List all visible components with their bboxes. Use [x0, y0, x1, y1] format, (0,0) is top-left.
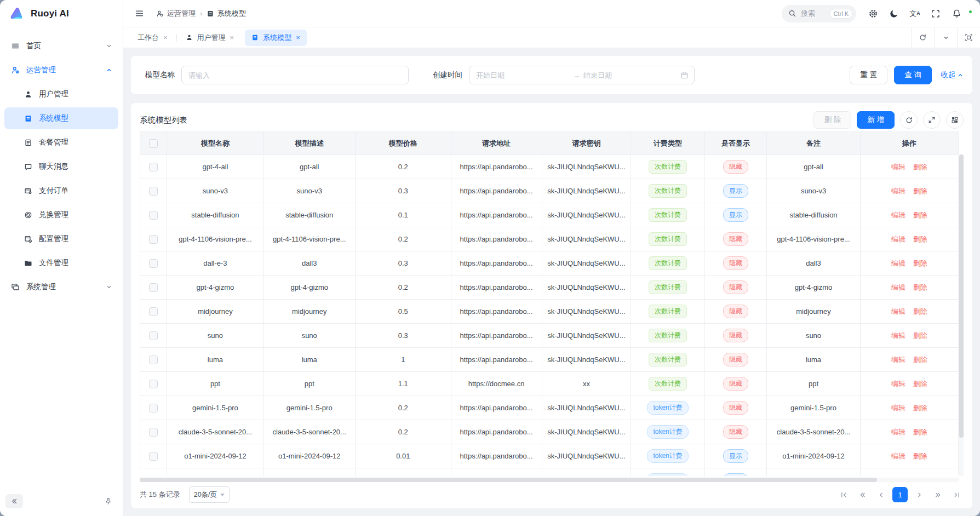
- next-page-button[interactable]: [912, 488, 926, 502]
- delete-link[interactable]: 删除: [913, 428, 927, 436]
- refresh-table-icon[interactable]: [900, 111, 918, 129]
- page-size-select[interactable]: 20条/页: [189, 486, 230, 503]
- sidebar-item-operations[interactable]: 运营管理: [4, 59, 118, 81]
- edit-link[interactable]: 编辑: [891, 307, 906, 316]
- row-checkbox[interactable]: [149, 163, 158, 171]
- delete-button[interactable]: 删 除: [813, 111, 851, 129]
- delete-link[interactable]: 删除: [913, 476, 927, 477]
- reset-button[interactable]: 重 置: [850, 66, 887, 84]
- pin-icon[interactable]: [101, 494, 115, 508]
- tab-system-model[interactable]: 系统模型 ×: [245, 30, 307, 46]
- edit-link[interactable]: 编辑: [891, 211, 906, 219]
- edit-link[interactable]: 编辑: [891, 163, 906, 171]
- fullscreen-icon[interactable]: [926, 4, 945, 23]
- row-checkbox[interactable]: [149, 356, 158, 364]
- start-date-input[interactable]: [476, 71, 570, 79]
- language-translate-icon[interactable]: 文A: [906, 4, 924, 23]
- dark-mode-moon-icon[interactable]: [885, 4, 903, 23]
- collapse-filters-link[interactable]: 收起: [941, 70, 964, 80]
- edit-link[interactable]: 编辑: [891, 452, 906, 460]
- row-checkbox[interactable]: [149, 404, 158, 412]
- tab-workbench[interactable]: 工作台 ×: [131, 30, 174, 46]
- sidebar-item-home[interactable]: 首页: [4, 35, 118, 57]
- vertical-scrollbar-thumb[interactable]: [959, 154, 964, 438]
- edit-link[interactable]: 编辑: [891, 259, 906, 267]
- model-name-input[interactable]: [181, 66, 409, 84]
- table-row: midjourney midjourney 0.5 https://api.pa…: [140, 300, 959, 324]
- next-chunk-button[interactable]: [931, 488, 945, 502]
- delete-link[interactable]: 删除: [913, 380, 927, 388]
- refresh-icon[interactable]: [911, 27, 934, 48]
- row-checkbox[interactable]: [149, 452, 158, 461]
- chevron-down-icon[interactable]: [934, 27, 957, 48]
- delete-link[interactable]: 删除: [913, 307, 927, 316]
- billing-type-badge: 次数计费: [649, 305, 687, 318]
- maximize-panel-icon[interactable]: [957, 27, 980, 48]
- global-search[interactable]: 搜索 Ctrl K: [782, 5, 856, 22]
- sidebar-item-package-management[interactable]: 套餐管理: [4, 131, 118, 153]
- current-page-button[interactable]: 1: [892, 487, 908, 502]
- tab-user-management[interactable]: 用户管理 ×: [179, 30, 241, 46]
- add-button[interactable]: 新 增: [857, 111, 895, 129]
- search-button[interactable]: 查 询: [894, 66, 932, 84]
- hamburger-menu-icon[interactable]: [130, 4, 148, 23]
- edit-link[interactable]: 编辑: [891, 476, 906, 477]
- row-checkbox[interactable]: [149, 331, 158, 340]
- row-checkbox[interactable]: [149, 235, 158, 244]
- row-checkbox[interactable]: [149, 307, 158, 316]
- delete-link[interactable]: 删除: [913, 163, 927, 171]
- sidebar-item-user-management[interactable]: 用户管理: [4, 83, 118, 105]
- row-checkbox[interactable]: [149, 380, 158, 388]
- edit-link[interactable]: 编辑: [891, 331, 906, 340]
- cell-model-name: claude-3-5-sonnet-20...: [167, 420, 263, 444]
- sidebar-item-exchange-management[interactable]: 兑换管理: [4, 204, 118, 226]
- sidebar-item-payment-orders[interactable]: 支付订单: [4, 180, 118, 202]
- delete-link[interactable]: 删除: [913, 452, 927, 460]
- row-checkbox[interactable]: [149, 283, 158, 292]
- sidebar-item-config-management[interactable]: 配置管理: [4, 228, 118, 250]
- delete-link[interactable]: 删除: [913, 356, 927, 364]
- delete-link[interactable]: 删除: [913, 404, 927, 412]
- row-checkbox[interactable]: [149, 259, 158, 268]
- row-checkbox[interactable]: [149, 428, 158, 437]
- edit-link[interactable]: 编辑: [891, 428, 906, 436]
- breadcrumb-operations[interactable]: 运营管理: [156, 9, 196, 19]
- delete-link[interactable]: 删除: [913, 331, 927, 340]
- last-page-button[interactable]: [949, 488, 964, 502]
- edit-link[interactable]: 编辑: [891, 356, 906, 364]
- delete-link[interactable]: 删除: [913, 259, 927, 267]
- delete-link[interactable]: 删除: [913, 235, 927, 243]
- settings-gear-icon[interactable]: [864, 4, 882, 23]
- close-icon[interactable]: ×: [163, 33, 168, 42]
- notifications-bell-icon[interactable]: [947, 4, 966, 23]
- prev-page-button[interactable]: [874, 488, 888, 502]
- select-all-checkbox[interactable]: [149, 139, 158, 148]
- edit-link[interactable]: 编辑: [891, 187, 906, 195]
- sidebar-item-file-management[interactable]: 文件管理: [4, 252, 118, 274]
- sidebar-item-system-model[interactable]: 系统模型: [4, 107, 118, 129]
- sidebar-item-chat-messages[interactable]: 聊天消息: [4, 156, 118, 177]
- sidebar-collapse-button[interactable]: [5, 494, 23, 508]
- edit-link[interactable]: 编辑: [891, 404, 906, 412]
- cell-model-desc: claude-3-5-sonnet-20...: [263, 420, 355, 444]
- breadcrumb-system-model[interactable]: 系统模型: [207, 9, 246, 19]
- delete-link[interactable]: 删除: [913, 283, 927, 291]
- logo[interactable]: Ruoyi AI: [0, 0, 123, 27]
- expand-table-icon[interactable]: [923, 111, 941, 129]
- close-icon[interactable]: ×: [296, 33, 300, 42]
- delete-link[interactable]: 删除: [913, 187, 927, 195]
- date-range-picker[interactable]: →: [469, 66, 695, 84]
- edit-link[interactable]: 编辑: [891, 283, 906, 291]
- edit-link[interactable]: 编辑: [891, 235, 906, 243]
- sidebar-item-system-management[interactable]: 系统管理: [4, 276, 118, 298]
- row-checkbox[interactable]: [149, 187, 158, 196]
- horizontal-scrollbar-thumb[interactable]: [140, 478, 877, 482]
- edit-link[interactable]: 编辑: [891, 380, 906, 388]
- row-checkbox[interactable]: [149, 211, 158, 220]
- delete-link[interactable]: 删除: [913, 211, 927, 219]
- first-page-button[interactable]: [836, 488, 851, 502]
- column-settings-icon[interactable]: [946, 111, 964, 129]
- close-icon[interactable]: ×: [230, 33, 234, 42]
- prev-chunk-button[interactable]: [855, 488, 869, 502]
- end-date-input[interactable]: [583, 71, 677, 79]
